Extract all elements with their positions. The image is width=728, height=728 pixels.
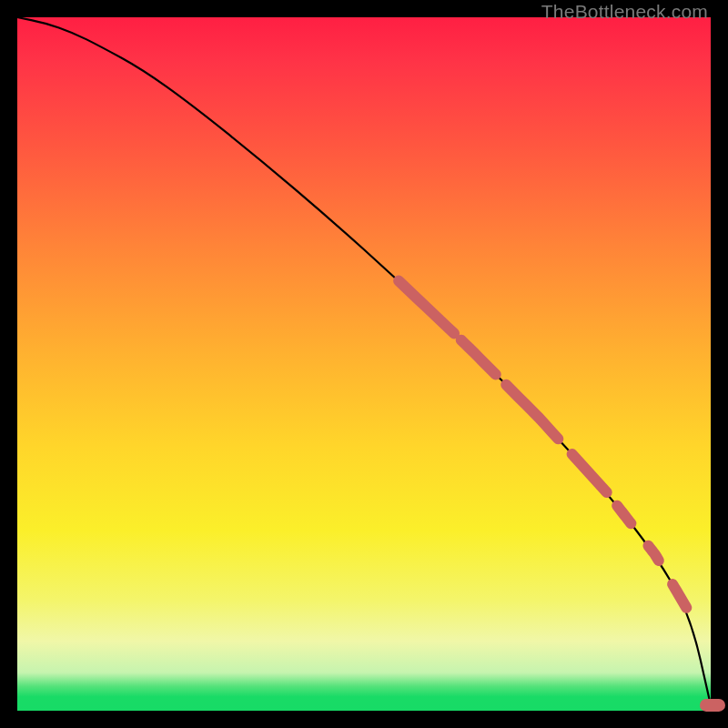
highlight-segment (506, 385, 558, 439)
curve-end-marker (700, 699, 725, 712)
highlight-segment (461, 340, 496, 375)
chart-container: TheBottleneck.com (0, 0, 728, 728)
bottleneck-curve (17, 17, 711, 705)
highlight-segments (399, 281, 686, 608)
highlight-segment (399, 281, 454, 334)
highlight-segment (572, 454, 607, 492)
highlight-segment (672, 584, 686, 608)
end-marker (700, 699, 725, 712)
chart-overlay (17, 17, 711, 711)
highlight-segment (648, 546, 658, 561)
highlight-segment (617, 506, 631, 524)
